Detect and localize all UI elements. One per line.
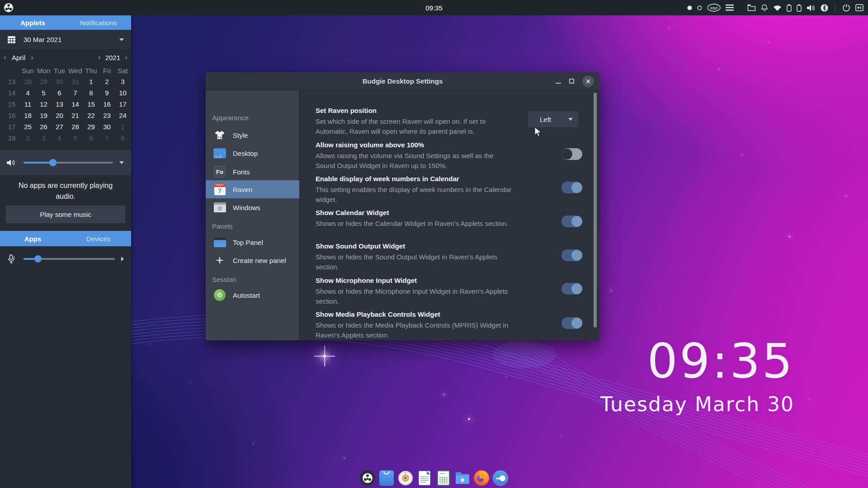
calendar-day[interactable]: 1 [83,76,99,87]
calendar-day[interactable]: 27 [52,121,67,132]
tab-apps[interactable]: Apps [0,231,66,246]
sidebar-item-desktop[interactable]: Desktop [206,144,299,162]
calendar-day[interactable]: 15 [83,99,99,110]
calendar-day[interactable]: 13 [52,99,67,110]
week-number[interactable]: 16 [4,110,20,121]
calendar-day[interactable]: 11 [20,99,36,110]
calendar-day[interactable]: 19 [36,110,52,121]
calendar-day[interactable]: 5 [36,87,52,99]
toggle-show-sound-output[interactable] [561,249,582,261]
week-number[interactable]: 13 [4,76,20,87]
mic-slider-knob[interactable] [34,255,42,263]
week-number[interactable]: 15 [4,99,20,110]
calendar-day[interactable]: 10 [115,87,131,99]
calendar-day[interactable]: 30 [52,76,67,87]
calendar-day[interactable]: 23 [99,110,115,121]
prev-year-icon[interactable]: ‹ [95,53,104,61]
calendar-day[interactable]: 17 [115,99,131,110]
week-number[interactable]: 14 [4,87,20,99]
calendar-day[interactable]: 3 [36,132,52,144]
calendar-day[interactable]: 28 [67,121,83,132]
maximize-button[interactable] [569,79,574,84]
menu-icon[interactable] [726,5,734,11]
sidebar-item-top-panel[interactable]: Top Panel [206,233,299,251]
sidebar-item-fonts[interactable]: Fo Fonts [206,163,299,181]
sidebar-item-style[interactable]: Style [206,126,299,144]
calendar-day[interactable]: 31 [67,76,83,87]
toggle-show-media-controls[interactable] [561,317,582,329]
calendar-day[interactable]: 6 [83,132,99,144]
tab-applets[interactable]: Applets [0,15,66,30]
battery-icon[interactable] [787,4,792,12]
calendar-day[interactable]: 20 [52,110,67,121]
output-expand-icon[interactable] [119,161,124,164]
calendar-day[interactable]: 21 [67,110,83,121]
week-number[interactable]: 17 [4,121,20,132]
indicator-dot-outline[interactable] [697,5,702,10]
toggle-week-numbers[interactable] [561,182,582,193]
calendar-day[interactable]: 4 [52,132,67,144]
calendar-day[interactable]: 28 [20,76,36,87]
scrollbar[interactable] [594,93,597,328]
sidebar-item-create-panel[interactable]: + Create new panel [206,251,299,269]
calendar-day[interactable]: 2 [20,132,36,144]
battery2-icon[interactable] [797,4,802,12]
spreadsheet-icon[interactable] [435,470,452,486]
raven-position-dropdown[interactable]: Left [528,111,579,128]
music-player-icon[interactable] [397,470,414,486]
calendar-day[interactable]: 6 [52,87,67,99]
calendar-day[interactable]: 22 [83,110,99,121]
sidebar-item-windows[interactable]: ⚙ Windows [206,198,299,216]
minimize-button[interactable] [556,83,561,84]
bluetooth-icon[interactable] [821,4,828,12]
bell-icon[interactable] [761,4,768,12]
calendar-day[interactable]: 29 [36,76,52,87]
calendar-day[interactable]: 4 [20,87,36,99]
calendar-day[interactable]: 26 [36,121,52,132]
calendar-day[interactable]: 29 [83,121,99,132]
volume-slider[interactable] [24,162,113,164]
calendar-day[interactable]: 8 [83,87,99,99]
calendar-day[interactable]: 8 [115,132,131,144]
tray-files-icon[interactable] [747,4,756,11]
budgie-settings-icon[interactable] [492,470,509,486]
power-icon[interactable] [842,4,850,12]
next-month-icon[interactable]: › [28,53,36,61]
calendar-day[interactable]: 12 [36,99,52,110]
prev-month-icon[interactable]: ‹ [1,53,9,61]
calendar-day[interactable]: 25 [20,121,36,132]
volume-icon[interactable] [807,4,816,12]
calendar-day[interactable]: 7 [67,87,83,99]
toggle-show-mic-input[interactable] [561,283,582,295]
calendar-day[interactable]: 18 [20,110,36,121]
mic-expand-icon[interactable] [121,257,124,261]
close-button[interactable] [582,75,594,87]
software-center-icon[interactable] [378,470,395,486]
calendar-day[interactable]: 2 [99,76,115,87]
next-year-icon[interactable]: › [122,53,130,61]
volume-slider-knob[interactable] [49,159,57,166]
calendar-day[interactable]: 16 [99,99,115,110]
writer-icon[interactable] [416,470,433,486]
week-number[interactable]: 18 [4,132,20,144]
calendar-day[interactable]: 3 [115,76,131,87]
calendar-day[interactable]: 14 [67,99,83,110]
wifi-icon[interactable] [773,5,782,11]
play-music-button[interactable]: Play some music [5,205,126,224]
toggle-volume-above-100[interactable] [561,148,582,160]
calendar-day[interactable]: 30 [99,121,115,132]
calendar-day[interactable]: 24 [115,110,131,121]
sidebar-item-raven[interactable]: FRIDAY 7 Raven [206,180,299,198]
tab-devices[interactable]: Devices [66,231,131,246]
calendar-day[interactable]: 5 [67,132,83,144]
tab-notifications[interactable]: Notifications [66,15,131,30]
calendar-expander[interactable]: 30 Mar 2021 [0,30,131,50]
firefox-icon[interactable] [473,470,490,486]
display-icon[interactable] [855,4,863,11]
indicator-dot-filled[interactable] [687,5,692,10]
intel-badge[interactable]: intel [707,4,721,12]
budgie-menu-icon[interactable] [359,470,376,486]
mic-slider[interactable] [24,258,115,260]
calendar-day[interactable]: 9 [99,87,115,99]
titlebar[interactable]: Budgie Desktop Settings [206,72,599,90]
